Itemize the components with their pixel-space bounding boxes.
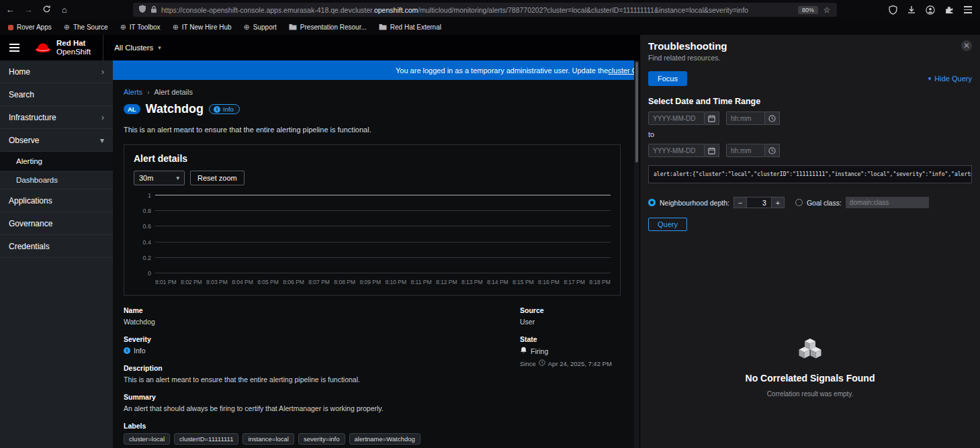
sidebar-item-search[interactable]: Search: [0, 83, 113, 106]
chevron-right-icon: ›: [101, 113, 104, 122]
start-time-input[interactable]: [726, 111, 765, 125]
reload-icon[interactable]: [42, 5, 51, 15]
bookmark-label: Rover Apps: [17, 24, 52, 31]
since-value: Apr 24, 2025, 7:42 PM: [548, 360, 612, 367]
field-label: State: [520, 335, 621, 343]
bookmark-presentation-resources[interactable]: Presentation Resour...: [289, 24, 367, 32]
home-icon[interactable]: ⌂: [60, 5, 69, 15]
cluster-selector[interactable]: All Clusters ▾: [114, 44, 161, 52]
depth-value[interactable]: 3: [747, 197, 771, 208]
calendar-icon[interactable]: [705, 111, 719, 125]
tracking-shield-icon[interactable]: [138, 4, 146, 16]
url-bar[interactable]: https://console-openshift-console.apps.e…: [133, 3, 837, 17]
sidebar-item-home[interactable]: Home›: [0, 60, 113, 83]
lock-icon[interactable]: [150, 4, 157, 16]
field-value: Firing: [531, 347, 548, 355]
close-icon[interactable]: ✕: [961, 40, 972, 51]
account-icon[interactable]: [925, 5, 936, 15]
app-menu-icon[interactable]: [963, 5, 973, 15]
bookmark-it-toolbox[interactable]: ⊕IT Toolbox: [120, 24, 161, 31]
extensions-icon[interactable]: [944, 5, 954, 15]
forward-icon[interactable]: →: [24, 5, 33, 15]
masthead: Red HatOpenShift All Clusters ▾: [0, 35, 639, 60]
bookmark-support[interactable]: ⊕Support: [244, 24, 277, 31]
sidebar-item-credentials[interactable]: Credentials: [0, 235, 113, 258]
time-range-select[interactable]: 30m ▾: [134, 171, 185, 185]
field-label: Labels: [124, 422, 520, 430]
label-chip: severity=info: [298, 433, 345, 445]
downloads-icon[interactable]: [906, 5, 917, 15]
field-label: Severity: [124, 335, 520, 343]
goal-class-radio[interactable]: [795, 199, 803, 206]
breadcrumb-alerts-link[interactable]: Alerts: [124, 88, 142, 96]
label-chip: cluster=local: [124, 433, 170, 445]
sidebar-item-infrastructure[interactable]: Infrastructure›: [0, 106, 113, 129]
empty-state-title: No Correlated Signals Found: [640, 373, 980, 384]
field-summary: Summary An alert that should always be f…: [124, 393, 520, 412]
query-button[interactable]: Query: [648, 218, 687, 231]
main-scrollbar[interactable]: [634, 60, 639, 448]
severity-pill-label: Info: [223, 105, 234, 113]
field-value: Watchdog: [124, 318, 520, 326]
field-label: Description: [124, 364, 520, 372]
field-state: State Firing Since Apr 24, 2025, 7:42 PM: [520, 335, 621, 367]
chevron-down-icon: ▾: [100, 136, 104, 145]
sidebar-item-label: Governance: [9, 219, 52, 228]
info-icon: i: [124, 347, 130, 354]
sidebar-item-governance[interactable]: Governance: [0, 212, 113, 235]
focus-button[interactable]: Focus: [648, 71, 687, 86]
breadcrumb-current: Alert details: [154, 88, 192, 96]
browser-toolbar: ← → ⌂ https://console-openshift-console.…: [0, 0, 980, 19]
panel-title: Troubleshooting: [648, 40, 727, 52]
rover-apps-icon: [8, 25, 13, 30]
chart-grid: 10.80.60.40.20: [155, 195, 611, 273]
hide-query-toggle[interactable]: ▾ Hide Query: [928, 75, 972, 83]
bookmark-label: Presentation Resour...: [300, 24, 367, 31]
bookmark-red-hat-external[interactable]: Red Hat External: [379, 24, 441, 32]
globe-icon: ⊕: [64, 24, 70, 31]
nav-toggle-icon[interactable]: [9, 44, 19, 52]
sidebar-item-alerting[interactable]: Alerting: [0, 152, 113, 171]
correlation-query-input[interactable]: alert:alert:{"cluster":"local","clusterI…: [648, 165, 972, 183]
field-label: Summary: [124, 393, 520, 401]
alert-description: This is an alert meant to ensure that th…: [124, 126, 621, 134]
bookmark-it-new-hire-hub[interactable]: ⊕IT New Hire Hub: [173, 24, 232, 31]
calendar-icon[interactable]: [705, 144, 719, 157]
field-source: Source User: [520, 306, 621, 326]
bookmark-the-source[interactable]: ⊕The Source: [64, 24, 108, 31]
start-date-input[interactable]: [648, 111, 705, 125]
masthead-divider: [103, 35, 103, 60]
field-value: An alert that should always be firing to…: [124, 404, 520, 412]
url-path: /multicloud/monitoring/alerts/788770202?…: [418, 6, 748, 14]
field-value: Info: [134, 347, 146, 355]
sidebar-item-dashboards[interactable]: Dashboards: [0, 171, 113, 189]
goal-class-input[interactable]: [846, 197, 929, 208]
end-date-input[interactable]: [648, 144, 705, 157]
end-time-input[interactable]: [726, 144, 765, 157]
clock-icon[interactable]: [765, 111, 780, 125]
bookmark-rover-apps[interactable]: Rover Apps: [8, 24, 52, 31]
sidebar-item-label: Credentials: [9, 242, 50, 251]
firing-since: Since Apr 24, 2025, 7:42 PM: [520, 359, 621, 367]
sidebar-item-label: Alerting: [16, 157, 42, 165]
url-prefix: https://console-openshift-console.apps.e…: [161, 6, 374, 14]
reset-zoom-button[interactable]: Reset zoom: [190, 171, 244, 185]
zoom-level-badge[interactable]: 80%: [798, 6, 818, 14]
depth-decrement-button[interactable]: −: [733, 197, 747, 208]
sidebar-item-applications[interactable]: Applications: [0, 189, 113, 212]
depth-increment-button[interactable]: +: [771, 197, 785, 208]
field-value: User: [520, 318, 621, 326]
chart-x-axis: 8:01 PM8:02 PM8:03 PM8:04 PM8:05 PM8:06 …: [155, 279, 611, 285]
permissions-shield-icon[interactable]: [887, 5, 898, 15]
bookmark-label: IT New Hire Hub: [182, 24, 232, 31]
neighbourhood-depth-label: Neighbourhood depth:: [660, 199, 729, 207]
clock-icon[interactable]: [765, 144, 780, 157]
bookmark-star-icon[interactable]: ☆: [822, 5, 832, 15]
scrollbar-thumb[interactable]: [635, 62, 638, 163]
troubleshooting-panel: Troubleshooting Find related resources. …: [639, 35, 980, 448]
neighbourhood-depth-radio[interactable]: [648, 199, 656, 206]
back-icon[interactable]: ←: [5, 5, 15, 15]
folder-icon: [289, 24, 297, 32]
sidebar-item-observe[interactable]: Observe▾: [0, 129, 113, 152]
info-icon: i: [214, 106, 220, 113]
